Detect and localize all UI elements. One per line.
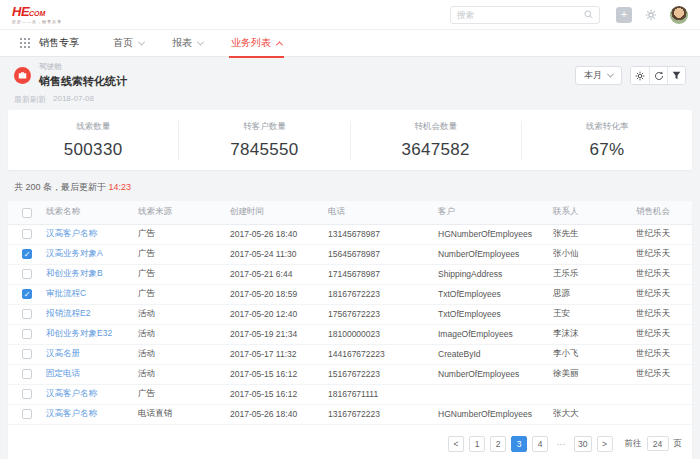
lead-name-link[interactable]: 汉高客户名称: [46, 228, 97, 238]
header-actions: 本月: [575, 66, 686, 85]
stat-card: 转机会数量3647582: [351, 121, 522, 160]
lead-name-cell: 和创业务对象E32: [42, 324, 134, 344]
page-ellipsis: ···: [553, 436, 569, 452]
refresh-button[interactable]: [649, 67, 667, 84]
lead-name-link[interactable]: 汉高客户名称: [46, 408, 97, 418]
row-checkbox[interactable]: ✓: [22, 289, 32, 299]
column-header: 电话: [324, 201, 434, 224]
lead-name-cell: 汉高客户名称: [42, 404, 134, 424]
contact-cell: 王安: [549, 304, 632, 324]
opportunity-cell: [632, 384, 692, 404]
goto-page-input[interactable]: [647, 436, 669, 451]
phone-cell: 15645678987: [324, 244, 434, 264]
phone-cell: 17145678987: [324, 264, 434, 284]
global-search[interactable]: [450, 6, 600, 24]
phone-cell: 13167672223: [324, 404, 434, 424]
phone-cell: 17567672223: [324, 304, 434, 324]
table-row: 汉高名册活动2017-05-17 11:32144167672223Create…: [8, 344, 692, 364]
lead-source-cell: 广告: [134, 264, 226, 284]
row-checkbox[interactable]: [22, 229, 32, 239]
table-row: ✓汉高业务对象A广告2017-05-24 11:3015645678987Num…: [8, 244, 692, 264]
nav-item-首页[interactable]: 首页: [113, 30, 144, 57]
column-header: 销售机会: [632, 201, 692, 224]
page-button-30[interactable]: 30: [574, 436, 591, 452]
search-icon[interactable]: [584, 10, 593, 19]
refresh-date: 2018-07-08: [53, 94, 94, 105]
column-header: 客户: [434, 201, 549, 224]
stats-card: 线索数量500330转客户数量7845550转机会数量3647582线索转化率6…: [8, 110, 692, 170]
lead-name-link[interactable]: 和创业务对象B: [46, 268, 103, 278]
lead-name-link[interactable]: 固定电话: [46, 368, 80, 378]
nav-item-label: 报表: [172, 36, 192, 50]
row-checkbox[interactable]: [22, 309, 32, 319]
lead-name-link[interactable]: 汉高名册: [46, 348, 80, 358]
column-header: 联系人: [549, 201, 632, 224]
avatar[interactable]: [670, 6, 688, 24]
nav-item-业务列表[interactable]: 业务列表: [231, 30, 282, 57]
next-page-button[interactable]: >: [597, 436, 613, 452]
lead-name-link[interactable]: 汉高业务对象A: [46, 248, 103, 258]
phone-cell: 13145678987: [324, 224, 434, 244]
page-button-3[interactable]: 3: [511, 436, 527, 452]
prev-page-button[interactable]: <: [448, 436, 464, 452]
add-button[interactable]: +: [616, 7, 632, 23]
lead-name-cell: 汉高客户名称: [42, 384, 134, 404]
row-checkbox[interactable]: [22, 329, 32, 339]
lead-name-cell: 报销流程E2: [42, 304, 134, 324]
row-checkbox-cell: [8, 264, 42, 284]
chevron-down-icon: [607, 71, 614, 78]
row-checkbox[interactable]: [22, 369, 32, 379]
lead-name-link[interactable]: 审批流程C: [46, 288, 86, 298]
row-checkbox[interactable]: [22, 269, 32, 279]
created-time-cell: 2017-05-15 16:12: [226, 384, 324, 404]
opportunity-cell: 世纪乐天: [632, 284, 692, 304]
select-all-checkbox[interactable]: [22, 208, 32, 218]
period-selector[interactable]: 本月: [575, 66, 622, 85]
refresh-label: 最新刷新: [14, 94, 46, 105]
table-header-row: 线索名称线索来源创建时间电话客户联系人销售机会: [8, 201, 692, 224]
page-button-2[interactable]: 2: [490, 436, 506, 452]
top-bar: HECOM 好好——乐，销售乐享 +: [0, 0, 700, 30]
chart-settings-button[interactable]: [631, 67, 649, 84]
opportunity-cell: 世纪乐天: [632, 324, 692, 344]
page-button-1[interactable]: 1: [469, 436, 485, 452]
filter-button[interactable]: [667, 67, 685, 84]
phone-cell: 18167671111: [324, 384, 434, 404]
nav-item-报表[interactable]: 报表: [172, 30, 203, 57]
row-checkbox-cell: [8, 384, 42, 404]
leads-table-card: 线索名称线索来源创建时间电话客户联系人销售机会 汉高客户名称广告2017-05-…: [8, 201, 692, 459]
lead-name-cell: 固定电话: [42, 364, 134, 384]
stat-value: 3647582: [351, 140, 521, 160]
summary-time: 14:23: [109, 182, 132, 192]
lead-source-cell: 广告: [134, 244, 226, 264]
pagination: <1234···30>前往页: [8, 425, 692, 459]
search-input[interactable]: [457, 10, 584, 20]
lead-source-cell: 活动: [134, 364, 226, 384]
row-checkbox-cell: [8, 224, 42, 244]
row-checkbox-cell: ✓: [8, 244, 42, 264]
lead-name-link[interactable]: 和创业务对象E32: [46, 328, 112, 338]
row-checkbox[interactable]: [22, 349, 32, 359]
customer-cell: HGNumberOfEmployees: [434, 404, 549, 424]
row-checkbox-cell: [8, 344, 42, 364]
apps-grid-icon[interactable]: [20, 38, 30, 48]
topbar-actions: +: [450, 6, 688, 24]
opportunity-cell: 世纪乐天: [632, 244, 692, 264]
breadcrumb-category: 驾驶舱: [39, 62, 575, 72]
row-checkbox-cell: [8, 304, 42, 324]
stat-label: 线索数量: [8, 121, 178, 133]
stat-value: 7845550: [179, 140, 349, 160]
logo-tagline: 好好——乐，销售乐享: [12, 20, 62, 24]
settings-icon[interactable]: [645, 9, 657, 21]
lead-source-cell: 广告: [134, 284, 226, 304]
lead-name-link[interactable]: 汉高客户名称: [46, 388, 97, 398]
row-checkbox[interactable]: [22, 409, 32, 419]
row-checkbox[interactable]: [22, 389, 32, 399]
row-checkbox[interactable]: ✓: [22, 249, 32, 259]
contact-cell: 李小飞: [549, 344, 632, 364]
stat-label: 转机会数量: [351, 121, 521, 133]
lead-name-link[interactable]: 报销流程E2: [46, 308, 90, 318]
logo-text: HECOM: [12, 5, 62, 18]
page-button-4[interactable]: 4: [532, 436, 548, 452]
opportunity-cell: 世纪乐天: [632, 264, 692, 284]
